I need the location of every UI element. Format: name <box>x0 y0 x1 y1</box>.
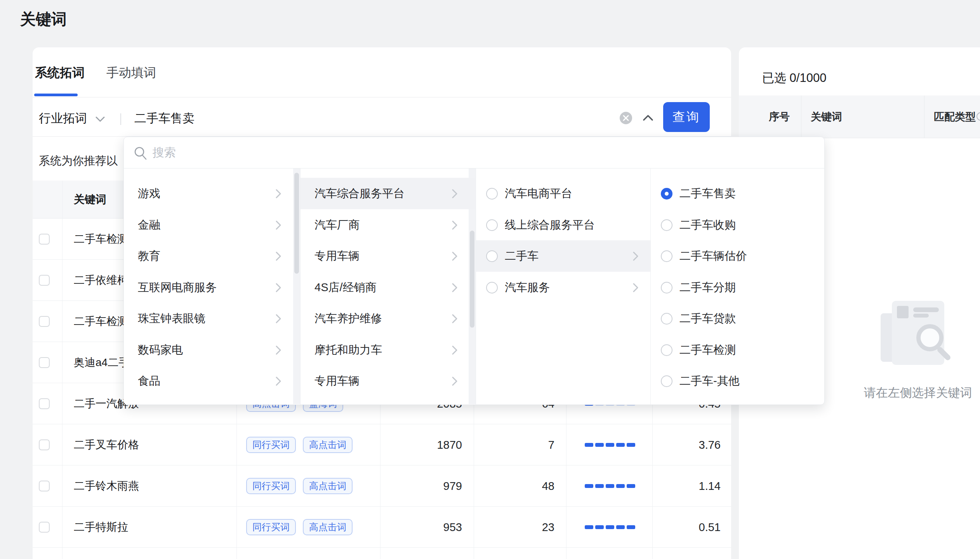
chevron-right-icon <box>632 251 639 261</box>
row-checkbox[interactable] <box>39 357 50 368</box>
chevron-right-icon <box>452 376 458 386</box>
column-header-keyword: 关键词 <box>811 95 842 138</box>
recommend-hint: 系统为你推荐以 <box>39 153 118 169</box>
collapse-panel-icon[interactable] <box>642 114 654 122</box>
cascader-item-l1[interactable]: 金融 <box>124 209 293 241</box>
cascader-item-l4[interactable]: 二手车检测 <box>651 334 825 366</box>
chevron-right-icon <box>275 314 281 324</box>
query-button[interactable]: 查询 <box>663 102 710 132</box>
cascader-item-l2[interactable]: 专用车辆 <box>301 365 476 397</box>
cascader-item-l1[interactable]: 珠宝钟表眼镜 <box>124 303 293 334</box>
tab-system-expand[interactable]: 系统拓词 <box>35 64 85 82</box>
category-select[interactable]: 行业拓词 <box>39 110 87 127</box>
category-cascader-dropdown: 搜索 游戏 金融 教育 互联网电商服务 珠宝钟表眼镜 数码家电 食品 汽车综合服… <box>123 137 825 405</box>
item-label: 游戏 <box>124 186 160 201</box>
row-checkbox[interactable] <box>39 522 50 533</box>
strength-dash <box>595 484 604 488</box>
item-label: 线上综合服务平台 <box>505 217 595 233</box>
strength-indicator <box>585 525 635 529</box>
cascader-item-l4[interactable]: 二手车辆估价 <box>651 240 825 272</box>
item-label: 专用车辆 <box>301 373 360 389</box>
radio-checked-icon[interactable] <box>661 188 672 200</box>
cascader-item-l4[interactable]: 二手车收购 <box>651 209 825 241</box>
radio-unchecked-icon[interactable] <box>661 219 672 231</box>
active-tab-underline <box>34 94 78 96</box>
item-label: 汽车服务 <box>505 280 550 295</box>
item-label: 摩托和助力车 <box>301 342 382 358</box>
cascader-item-l1[interactable]: 互联网电商服务 <box>124 272 293 303</box>
radio-unchecked-icon[interactable] <box>486 219 498 231</box>
cascader-item-l3-active[interactable]: 二手车 <box>476 240 650 272</box>
search-separator <box>120 113 121 125</box>
radio-unchecked-icon[interactable] <box>486 282 498 293</box>
row-checkbox[interactable] <box>39 275 50 286</box>
radio-unchecked-icon[interactable] <box>661 313 672 325</box>
strength-dash <box>606 525 614 529</box>
radio-unchecked-icon[interactable] <box>661 375 672 387</box>
clear-input-icon[interactable] <box>620 112 632 124</box>
strength-dash <box>606 443 614 447</box>
cascader-item-l2-active[interactable]: 汽车综合服务平台 <box>301 178 476 209</box>
item-label: 汽车厂商 <box>301 217 360 233</box>
chevron-right-icon <box>275 251 281 261</box>
cascader-item-l2[interactable]: 汽车养护维修 <box>301 303 476 334</box>
item-label: 金融 <box>124 217 160 233</box>
strength-dash <box>616 525 625 529</box>
cascader-item-l1[interactable]: 游戏 <box>124 178 293 209</box>
item-label: 汽车综合服务平台 <box>301 186 405 201</box>
column-header-index: 序号 <box>769 95 790 138</box>
cascader-item-l2[interactable]: 摩托和助力车 <box>301 334 476 366</box>
strength-dash <box>627 484 635 488</box>
table-row: 二手特斯拉 同行买词 高点击词 953 23 0.51 <box>33 507 731 548</box>
strength-dash <box>606 484 614 488</box>
keyword-cell: 二手车检测 <box>74 301 128 342</box>
table-row: 二手叉车价格 同行买词 高点击词 1870 7 3.76 <box>33 424 731 465</box>
cascader-item-l2[interactable]: 专用车辆 <box>301 240 476 272</box>
chevron-right-icon <box>452 345 458 355</box>
strength-dash <box>585 443 593 447</box>
radio-unchecked-icon[interactable] <box>661 282 672 293</box>
item-label: 二手车分期 <box>679 280 736 295</box>
search-input[interactable]: 二手车售卖 <box>134 110 195 127</box>
cascader-item-l2[interactable]: 汽车厂商 <box>301 209 476 241</box>
num2-cell: 7 <box>474 424 554 465</box>
chevron-down-icon[interactable] <box>95 116 106 123</box>
cascader-item-l4[interactable]: 二手车分期 <box>651 272 825 303</box>
cascader-item-l3[interactable]: 汽车电商平台 <box>476 178 650 209</box>
scrollbar-thumb[interactable] <box>294 173 299 274</box>
item-label: 二手车贷款 <box>679 311 736 326</box>
chevron-right-icon <box>452 283 458 293</box>
scrollbar[interactable] <box>293 168 300 404</box>
radio-unchecked-icon[interactable] <box>486 250 498 262</box>
cascader-item-l1[interactable]: 教育 <box>124 240 293 272</box>
row-checkbox[interactable] <box>39 439 50 450</box>
tab-manual-fill[interactable]: 手动填词 <box>106 64 156 82</box>
row-checkbox[interactable] <box>39 316 50 327</box>
item-label: 二手车检测 <box>679 342 736 358</box>
cascader-item-l4[interactable]: 二手车-其他 <box>651 365 825 397</box>
chevron-right-icon <box>275 189 281 199</box>
cascader-item-l4[interactable]: 二手车贷款 <box>651 303 825 334</box>
cascader-item-l3[interactable]: 线上综合服务平台 <box>476 209 650 241</box>
col-divider <box>924 95 924 138</box>
table-row-partial <box>33 548 731 559</box>
radio-unchecked-icon[interactable] <box>661 344 672 356</box>
table-row: 二手铃木雨燕 同行买词 高点击词 979 48 1.14 <box>33 465 731 507</box>
row-checkbox[interactable] <box>39 481 50 491</box>
badge: 同行买词 <box>246 478 296 494</box>
cascader-item-l4-selected[interactable]: 二手车售卖 <box>651 178 825 209</box>
cascader-search-input[interactable]: 搜索 <box>153 137 176 168</box>
item-label: 二手车辆估价 <box>679 248 747 264</box>
cascader-item-l1[interactable]: 食品 <box>124 365 293 397</box>
cascader-item-l1[interactable]: 数码家电 <box>124 334 293 366</box>
selected-count: 已选 0/1000 <box>762 70 826 86</box>
radio-unchecked-icon[interactable] <box>661 250 672 262</box>
cascader-item-l3[interactable]: 汽车服务 <box>476 272 650 303</box>
radio-unchecked-icon[interactable] <box>486 188 498 200</box>
doc-thumbnail-block <box>897 306 909 318</box>
item-label: 二手车售卖 <box>679 186 736 201</box>
keyword-cell: 二手叉车价格 <box>74 424 139 465</box>
row-checkbox[interactable] <box>39 398 50 409</box>
cascader-item-l2[interactable]: 4S店/经销商 <box>301 272 476 303</box>
row-checkbox[interactable] <box>39 234 50 245</box>
